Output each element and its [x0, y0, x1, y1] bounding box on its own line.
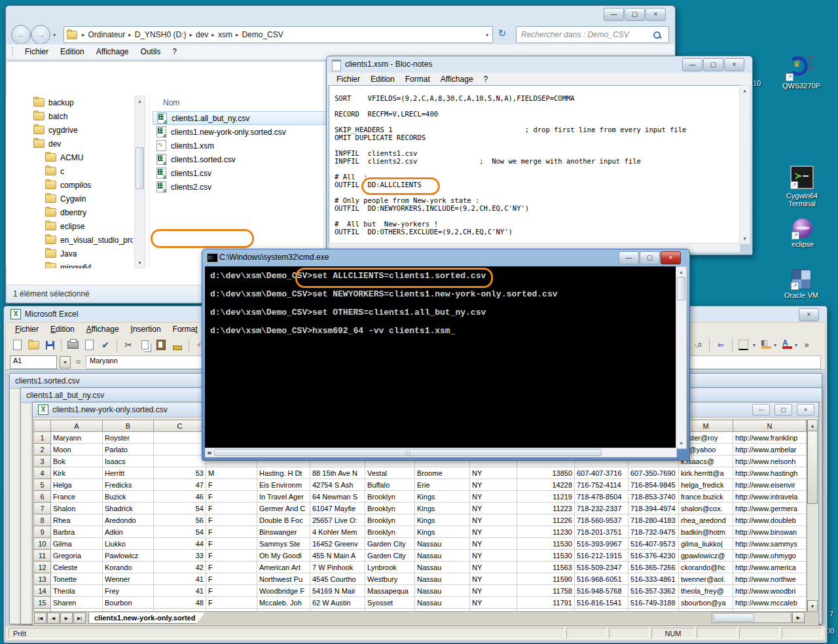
notepad-text-area[interactable]: SORT VFIELDS=(9,2,C,A,8,30,C,A,10,5,N,A)… — [329, 85, 740, 244]
cell-J11[interactable]: 11530 — [517, 550, 575, 562]
sidebar-item-c[interactable]: c — [6, 164, 133, 178]
cell-M13[interactable]: twenner@aol. — [679, 573, 733, 585]
cell-C2[interactable] — [154, 444, 206, 456]
cell-A9[interactable]: Barbra — [51, 526, 103, 538]
cell-N4[interactable]: http://www.hastingh — [733, 467, 807, 479]
cell-F13[interactable]: 4545 Courtho — [310, 573, 365, 585]
cell-D6[interactable]: F — [206, 491, 257, 503]
cell-M11[interactable]: gpawlowicz@ — [679, 550, 733, 562]
cell-F7[interactable]: 61047 Mayfie — [310, 503, 365, 514]
cell-F14[interactable]: 54169 N Mair — [310, 585, 365, 597]
cell-G13[interactable]: Westbury — [365, 573, 415, 585]
scrollbar-thumb[interactable] — [807, 431, 818, 504]
cell-A5[interactable]: Helga — [51, 479, 103, 491]
cell-J4[interactable]: 13850 — [517, 467, 575, 479]
cell-N2[interactable]: http://www.ambelar — [733, 444, 807, 456]
scroll-up-icon[interactable]: ▲ — [676, 267, 686, 277]
nav-history-dropdown[interactable]: ▾ — [53, 32, 56, 38]
cell-I14[interactable]: NY — [470, 585, 517, 597]
cell-G10[interactable]: Garden City — [365, 538, 415, 550]
prev-sheet-button[interactable]: ◀ — [47, 613, 60, 624]
cell-F9[interactable]: 4 Kohler Mem — [310, 526, 365, 538]
cell-D14[interactable]: F — [206, 585, 257, 597]
cell-N11[interactable]: http://www.ohmygo — [733, 550, 807, 562]
cell-I6[interactable]: NY — [470, 491, 517, 503]
cell-C9[interactable]: 54 — [154, 526, 206, 538]
cell-H12[interactable]: Nassau — [415, 562, 470, 573]
cell-E7[interactable]: Germer And C — [257, 503, 310, 514]
cell-E14[interactable]: Woodbridge F — [257, 585, 310, 597]
breadcrumb-item-ordinateur[interactable]: Ordinateur — [87, 29, 127, 41]
column-header-C[interactable]: C — [154, 420, 206, 432]
maximize-button[interactable]: ▢ — [703, 58, 723, 71]
grid-vertical-scrollbar[interactable]: ▲ ▼ — [807, 420, 818, 612]
cell-N3[interactable]: http://www.nelsonh — [733, 456, 807, 467]
cell-B14[interactable]: Frey — [103, 585, 154, 597]
close-button[interactable]: × — [797, 404, 814, 416]
cell-H8[interactable]: Kings — [415, 514, 470, 526]
cell-M12[interactable]: ckorando@hc — [679, 562, 733, 573]
scroll-up-icon[interactable]: ▲ — [740, 86, 750, 96]
pane-divider[interactable] — [149, 96, 149, 268]
cell-I12[interactable]: NY — [470, 562, 517, 573]
cell-C7[interactable]: 54 — [154, 503, 206, 514]
cell-F8[interactable]: 25657 Live O: — [310, 514, 365, 526]
cell-C11[interactable]: 33 — [154, 550, 206, 562]
breadcrumb-item-d-ynsh0-d-[interactable]: D_YNSH0 (D:) — [134, 29, 188, 41]
name-box[interactable]: A1 — [10, 355, 57, 369]
cell-D7[interactable]: F — [206, 503, 257, 514]
cell-L10[interactable]: 516-407-9573 — [628, 538, 679, 550]
menu-affichage[interactable]: Affichage — [81, 323, 124, 335]
cell-D9[interactable]: F — [206, 526, 257, 538]
cell-H11[interactable]: Nassau — [415, 550, 470, 562]
row-header-9[interactable]: 9 — [34, 526, 51, 538]
cell-I9[interactable]: NY — [470, 526, 517, 538]
cell-B6[interactable]: Buzick — [103, 491, 154, 503]
cell-E6[interactable]: In Travel Ager — [257, 491, 310, 503]
cut-icon[interactable]: ✂ — [121, 338, 136, 352]
cell-G7[interactable]: Brooklyn — [365, 503, 415, 514]
cell-A13[interactable]: Tonette — [51, 573, 103, 585]
cell-G4[interactable]: Vestal — [365, 467, 415, 479]
cell-F4[interactable]: 88 15th Ave N — [310, 467, 365, 479]
notepad-vertical-scrollbar[interactable]: ▲ ▼ — [739, 85, 750, 244]
cell-N5[interactable]: http://www.eisenvir — [733, 479, 807, 491]
cell-B3[interactable]: Isaacs — [103, 456, 154, 467]
sidebar-item-eclipse[interactable]: eclipse — [6, 219, 133, 233]
scroll-down-icon[interactable]: ▼ — [676, 438, 686, 448]
menu-insertion[interactable]: Insertion — [126, 323, 166, 335]
cell-N14[interactable]: http://www.woodbri — [733, 585, 807, 597]
row-header-7[interactable]: 7 — [34, 503, 51, 514]
cell-B13[interactable]: Wenner — [103, 573, 154, 585]
row-header-2[interactable]: 2 — [34, 444, 51, 456]
sidebar-item-mingw64[interactable]: mingw64 — [6, 260, 133, 268]
cell-L13[interactable]: 516-333-4861 — [628, 573, 679, 585]
sidebar-item-backup[interactable]: backup — [6, 96, 133, 109]
cell-M8[interactable]: rhea_aredond — [679, 514, 733, 526]
menu-fichier[interactable]: Fichier — [20, 46, 54, 58]
cell-J15[interactable]: 11791 — [517, 597, 575, 609]
cell-M4[interactable]: kirk.herritt@a — [679, 467, 733, 479]
desktop-icon-eclipse[interactable]: ↗ eclipse — [775, 219, 830, 248]
open-icon[interactable] — [26, 338, 41, 352]
cell-A14[interactable]: Theola — [51, 585, 103, 597]
cell-F10[interactable]: 16452 Greenv — [310, 538, 365, 550]
cell-K7[interactable]: 718-232-2337 — [575, 503, 628, 514]
grid-horizontal-scrollbar[interactable] — [712, 612, 792, 623]
cell-D15[interactable]: F — [206, 597, 257, 609]
minimize-button[interactable]: — — [682, 58, 702, 71]
cell-C6[interactable]: 46 — [154, 491, 206, 503]
last-sheet-button[interactable]: ▶| — [73, 613, 86, 624]
cell-H6[interactable]: Kings — [415, 491, 470, 503]
row-header-3[interactable]: 3 — [34, 456, 51, 467]
back-button[interactable]: ← — [11, 25, 31, 45]
sidebar-item-cygwin[interactable]: Cygwin — [6, 192, 133, 206]
cell-K15[interactable]: 516-816-1541 — [575, 597, 628, 609]
desktop-icon-cygwin64-terminal[interactable]: ≻ ↗ Cygwin64 Terminal — [773, 166, 831, 207]
cell-I11[interactable]: NY — [470, 550, 517, 562]
cell-C15[interactable]: 48 — [154, 597, 206, 609]
close-button[interactable]: × — [661, 251, 681, 264]
cell-H5[interactable]: Erie — [415, 479, 470, 491]
cell-N10[interactable]: http://www.sammys — [733, 538, 807, 550]
font-color-icon[interactable]: A — [778, 338, 793, 352]
